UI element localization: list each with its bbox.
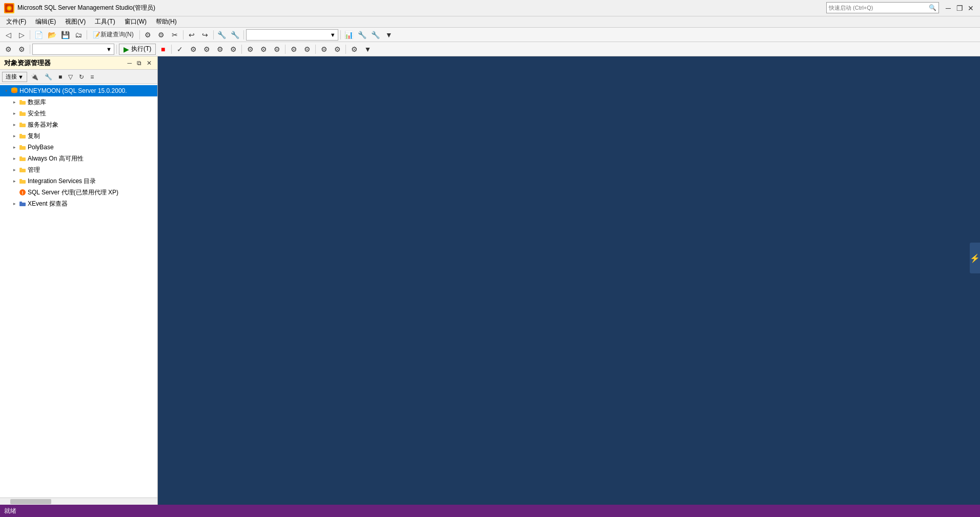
oe-filter-button[interactable]: ▽ bbox=[66, 72, 75, 82]
server-objects-expand-icon[interactable]: ▸ bbox=[10, 121, 18, 129]
integration-services-expand-icon[interactable]: ▸ bbox=[10, 177, 18, 185]
separator-2 bbox=[87, 30, 87, 39]
tree-node-server[interactable]: ▾ HONEYMOON (SQL Server 15.0.2000. bbox=[0, 85, 157, 96]
separator-3 bbox=[139, 30, 140, 39]
quick-search-box[interactable]: 🔍 bbox=[826, 2, 939, 13]
tb2-btn5[interactable]: ⚙ bbox=[214, 44, 226, 55]
side-panel-icon[interactable]: ⚡ bbox=[970, 243, 980, 273]
connect-dropdown-arrow[interactable]: ▼ bbox=[18, 74, 24, 80]
tb2-btn10[interactable]: ⚙ bbox=[318, 44, 330, 55]
properties-button[interactable]: 🔧 bbox=[229, 29, 241, 41]
oe-close-button[interactable]: ✕ bbox=[145, 59, 153, 67]
object-explorer-title: 对象资源管理器 bbox=[4, 58, 51, 68]
tb2-btn7[interactable]: ⚙ bbox=[244, 44, 256, 55]
tb2-btn2[interactable]: ⚙ bbox=[15, 44, 28, 55]
tree-node-replication[interactable]: ▸ 复制 bbox=[0, 130, 157, 142]
minimize-button[interactable]: ─ bbox=[943, 3, 953, 13]
svg-rect-19 bbox=[19, 168, 22, 169]
restore-button[interactable]: ❐ bbox=[954, 3, 965, 13]
menu-help[interactable]: 帮助(H) bbox=[152, 16, 181, 27]
tb2-btn3[interactable]: ⚙ bbox=[187, 44, 199, 55]
alwayson-expand-icon[interactable]: ▸ bbox=[10, 154, 18, 163]
tree-node-sql-agent[interactable]: ▸ ! SQL Server 代理(已禁用代理 XP) bbox=[0, 187, 157, 198]
tree-node-alwayson[interactable]: ▸ Always On 高可用性 bbox=[0, 153, 157, 164]
template-button[interactable]: 🔧 bbox=[356, 29, 369, 41]
xevent-expand-icon[interactable]: ▸ bbox=[10, 200, 18, 208]
save-all-button[interactable]: 🗂 bbox=[72, 29, 85, 41]
oe-summary-button[interactable]: ≡ bbox=[88, 72, 96, 82]
menu-file[interactable]: 文件(F) bbox=[2, 16, 30, 27]
debug-button[interactable]: 🔧 bbox=[216, 29, 228, 41]
tree-node-polybase[interactable]: ▸ PolyBase bbox=[0, 142, 157, 153]
execute-button[interactable]: ▶ 执行(T) bbox=[119, 44, 156, 55]
oe-refresh-filter-button[interactable]: 🔧 bbox=[42, 72, 55, 82]
tb2-dropdown2[interactable]: ▼ bbox=[361, 44, 374, 55]
replication-icon bbox=[18, 132, 27, 140]
undo-button[interactable]: ↩ bbox=[186, 29, 198, 41]
tree-node-databases[interactable]: ▸ 数据库 bbox=[0, 96, 157, 108]
close-button[interactable]: ✕ bbox=[966, 3, 976, 13]
menu-window[interactable]: 窗口(W) bbox=[120, 16, 151, 27]
connect-button[interactable]: 连接 ▼ bbox=[2, 72, 27, 82]
tb2-parse[interactable]: ✓ bbox=[174, 44, 186, 55]
tb2-dropdown[interactable]: ▼ bbox=[32, 44, 114, 55]
tb2-zoom[interactable]: ⚙ bbox=[288, 44, 300, 55]
oe-float-button[interactable]: ⧉ bbox=[135, 59, 143, 67]
tb2-btn1[interactable]: ⚙ bbox=[2, 44, 14, 55]
copy-button[interactable]: ⚙ bbox=[142, 29, 154, 41]
new-query-button[interactable]: 📝 新建查询(N) bbox=[89, 29, 137, 41]
object-explorer-panel: 对象资源管理器 ─ ⧉ ✕ 连接 ▼ 🔌 🔧 ■ ▽ ↻ ≡ ▾ bbox=[0, 56, 158, 505]
search-icon[interactable]: 🔍 bbox=[929, 4, 936, 11]
security-label: 安全性 bbox=[28, 109, 155, 118]
oe-pin-button[interactable]: ─ bbox=[126, 59, 133, 67]
query-properties-button[interactable]: 🔧 bbox=[370, 29, 382, 41]
dropdown-arrow: ▼ bbox=[330, 32, 336, 38]
open-button[interactable]: 📂 bbox=[46, 29, 58, 41]
tree-node-security[interactable]: ▸ 安全性 bbox=[0, 108, 157, 119]
save-button[interactable]: 💾 bbox=[59, 29, 71, 41]
redo-button[interactable]: ↪ bbox=[199, 29, 211, 41]
tree-node-xevent[interactable]: ▸ XEvent 探查器 bbox=[0, 198, 157, 209]
menu-view[interactable]: 视图(V) bbox=[61, 16, 90, 27]
server-expand-icon[interactable]: ▾ bbox=[2, 87, 10, 95]
tb2-btn6[interactable]: ⚙ bbox=[227, 44, 239, 55]
cut-button[interactable]: ✂ bbox=[169, 29, 181, 41]
tb2-btn4[interactable]: ⚙ bbox=[200, 44, 213, 55]
management-label: 管理 bbox=[28, 166, 155, 174]
extra-button[interactable]: ▼ bbox=[383, 29, 395, 41]
tb2-btn8[interactable]: ⚙ bbox=[257, 44, 270, 55]
databases-expand-icon[interactable]: ▸ bbox=[10, 98, 18, 106]
tree-node-management[interactable]: ▸ 管理 bbox=[0, 164, 157, 175]
management-expand-icon[interactable]: ▸ bbox=[10, 166, 18, 174]
new-file-button[interactable]: 📄 bbox=[32, 29, 45, 41]
quick-search-input[interactable] bbox=[829, 5, 929, 11]
tree-node-integration-services[interactable]: ▸ Integration Services 目录 bbox=[0, 175, 157, 187]
scrollbar-thumb[interactable] bbox=[10, 499, 51, 504]
menu-edit[interactable]: 编辑(E) bbox=[31, 16, 60, 27]
oe-refresh-button[interactable]: ↻ bbox=[76, 72, 87, 82]
replication-expand-icon[interactable]: ▸ bbox=[10, 132, 18, 140]
menu-tools[interactable]: 工具(T) bbox=[91, 16, 119, 27]
tb2-btn9[interactable]: ⚙ bbox=[271, 44, 283, 55]
stop-button[interactable]: ■ bbox=[157, 44, 169, 55]
security-expand-icon[interactable]: ▸ bbox=[10, 109, 18, 117]
database-selector[interactable]: ▼ bbox=[246, 29, 338, 41]
tb2-zoom2[interactable]: ⚙ bbox=[301, 44, 313, 55]
tb2-sep1 bbox=[30, 45, 30, 54]
tree-node-server-objects[interactable]: ▸ 服务器对象 bbox=[0, 119, 157, 130]
forward-button[interactable]: ▷ bbox=[15, 29, 28, 41]
paste-button[interactable]: ⚙ bbox=[155, 29, 168, 41]
svg-rect-25 bbox=[19, 202, 22, 203]
tree-horizontal-scrollbar[interactable] bbox=[0, 498, 157, 505]
polybase-expand-icon[interactable]: ▸ bbox=[10, 143, 18, 151]
back-button[interactable]: ◁ bbox=[2, 29, 14, 41]
toolbar-1: ◁ ▷ 📄 📂 💾 🗂 📝 新建查询(N) ⚙ ⚙ ✂ ↩ ↪ 🔧 🔧 ▼ 📊 … bbox=[0, 28, 980, 42]
tb2-btn12[interactable]: ⚙ bbox=[348, 44, 360, 55]
window-controls: ─ ❐ ✕ bbox=[943, 3, 976, 13]
management-icon bbox=[18, 166, 27, 174]
tb2-btn11[interactable]: ⚙ bbox=[331, 44, 343, 55]
oe-disconnect-button[interactable]: 🔌 bbox=[28, 72, 41, 82]
activity-monitor-button[interactable]: 📊 bbox=[343, 29, 355, 41]
oe-stop-button[interactable]: ■ bbox=[56, 72, 65, 82]
databases-label: 数据库 bbox=[28, 98, 155, 107]
